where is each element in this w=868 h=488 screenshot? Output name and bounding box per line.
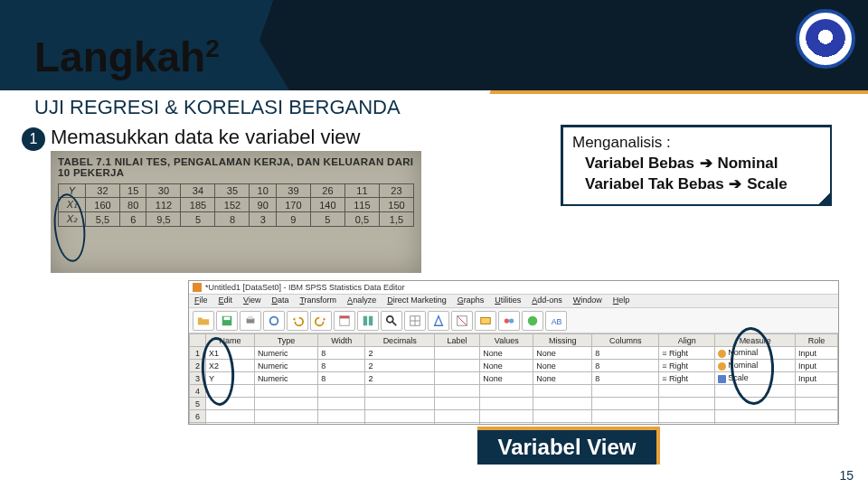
cell-empty[interactable] <box>715 410 796 423</box>
cell-type[interactable]: Numeric <box>254 372 317 385</box>
cell-empty[interactable] <box>434 385 479 398</box>
weight-cases-icon[interactable] <box>428 311 449 331</box>
cell-decimals[interactable]: 2 <box>365 360 434 372</box>
menu-graphs[interactable]: Graphs <box>458 296 485 306</box>
cell-empty[interactable] <box>592 423 659 426</box>
cell-align[interactable]: Right <box>659 360 715 372</box>
cell-empty[interactable] <box>659 410 715 423</box>
cell-role[interactable]: Input <box>795 372 837 385</box>
cell-type[interactable]: Numeric <box>254 347 317 360</box>
col-missing[interactable]: Missing <box>533 334 592 347</box>
cell-empty[interactable] <box>318 385 365 398</box>
print-icon[interactable] <box>240 311 261 331</box>
cell-values[interactable]: None <box>480 372 533 385</box>
col-decimals[interactable]: Decimals <box>365 334 434 347</box>
cell-empty[interactable] <box>434 423 479 426</box>
show-all-icon[interactable] <box>522 311 543 331</box>
cell-empty[interactable] <box>533 423 592 426</box>
cell-width[interactable]: 8 <box>318 347 365 360</box>
cell-empty[interactable] <box>365 410 434 423</box>
cell-empty[interactable] <box>795 423 837 426</box>
cell-empty[interactable] <box>533 385 592 398</box>
cell-empty[interactable] <box>480 410 533 423</box>
menu-help[interactable]: Help <box>613 296 630 306</box>
cell-empty[interactable] <box>254 385 317 398</box>
row-number[interactable]: 7 <box>190 423 206 426</box>
table-row-empty[interactable]: 6 <box>190 410 838 423</box>
cell-values[interactable]: None <box>480 360 533 372</box>
goto-case-icon[interactable] <box>334 311 355 331</box>
cell-label[interactable] <box>434 347 479 360</box>
cell-empty[interactable] <box>206 423 255 426</box>
cell-empty[interactable] <box>592 410 659 423</box>
menu-edit[interactable]: Edit <box>219 296 233 306</box>
cell-empty[interactable] <box>206 410 255 423</box>
cell-empty[interactable] <box>318 398 365 410</box>
redo-icon[interactable] <box>310 311 332 331</box>
cell-role[interactable]: Input <box>795 347 837 360</box>
cell-width[interactable]: 8 <box>318 360 365 372</box>
cell-empty[interactable] <box>318 423 365 426</box>
cell-empty[interactable] <box>365 385 434 398</box>
cell-columns[interactable]: 8 <box>592 372 659 385</box>
menu-transform[interactable]: Transform <box>299 296 336 306</box>
cell-missing[interactable]: None <box>533 372 592 385</box>
menu-file[interactable]: File <box>194 296 208 306</box>
col-values[interactable]: Values <box>480 334 533 347</box>
col-columns[interactable]: Columns <box>592 334 659 347</box>
cell-empty[interactable] <box>365 423 434 426</box>
cell-empty[interactable] <box>254 423 317 426</box>
cell-empty[interactable] <box>480 385 533 398</box>
cell-empty[interactable] <box>480 423 533 426</box>
spell-check-icon[interactable]: AB <box>545 311 567 331</box>
cell-label[interactable] <box>434 360 479 372</box>
col-align[interactable]: Align <box>659 334 715 347</box>
cell-columns[interactable]: 8 <box>592 360 659 372</box>
cell-empty[interactable] <box>254 410 317 423</box>
menu-data[interactable]: Data <box>271 296 288 306</box>
menu-utilities[interactable]: Utilities <box>495 296 521 306</box>
col-width[interactable]: Width <box>318 334 365 347</box>
cell-empty[interactable] <box>254 398 317 410</box>
col-label[interactable]: Label <box>434 334 479 347</box>
table-row-empty[interactable]: 7 <box>190 423 838 426</box>
cell-columns[interactable]: 8 <box>592 347 659 360</box>
cell-empty[interactable] <box>434 410 479 423</box>
cell-empty[interactable] <box>795 398 837 410</box>
cell-align[interactable]: Right <box>659 372 715 385</box>
menu-add-ons[interactable]: Add-ons <box>532 296 562 306</box>
cell-values[interactable]: None <box>480 347 533 360</box>
find-icon[interactable] <box>381 311 402 331</box>
cell-missing[interactable]: None <box>533 360 592 372</box>
cell-empty[interactable] <box>365 398 434 410</box>
cell-empty[interactable] <box>318 410 365 423</box>
cell-empty[interactable] <box>592 385 659 398</box>
cell-empty[interactable] <box>592 398 659 410</box>
cell-width[interactable]: 8 <box>318 372 365 385</box>
cell-empty[interactable] <box>434 398 479 410</box>
menu-view[interactable]: View <box>243 296 260 306</box>
cell-type[interactable]: Numeric <box>254 360 317 372</box>
undo-icon[interactable] <box>287 311 308 331</box>
cell-decimals[interactable]: 2 <box>365 347 434 360</box>
save-icon[interactable] <box>216 311 238 331</box>
cell-empty[interactable] <box>533 410 592 423</box>
cell-align[interactable]: Right <box>659 347 715 360</box>
menu-direct-marketing[interactable]: Direct Marketing <box>387 296 447 306</box>
open-file-icon[interactable] <box>193 311 214 331</box>
cell-empty[interactable] <box>480 398 533 410</box>
cell-empty[interactable] <box>795 385 837 398</box>
cell-empty[interactable] <box>715 423 796 426</box>
cell-empty[interactable] <box>795 410 837 423</box>
cell-empty[interactable] <box>659 385 715 398</box>
row-number[interactable]: 6 <box>190 410 206 423</box>
cell-label[interactable] <box>434 372 479 385</box>
row-number[interactable]: 5 <box>190 398 206 410</box>
value-labels-icon[interactable] <box>475 311 496 331</box>
cell-empty[interactable] <box>659 423 715 426</box>
cell-empty[interactable] <box>533 398 592 410</box>
use-sets-icon[interactable] <box>498 311 520 331</box>
cell-missing[interactable]: None <box>533 347 592 360</box>
select-cases-icon[interactable] <box>451 311 473 331</box>
cell-decimals[interactable]: 2 <box>365 372 434 385</box>
